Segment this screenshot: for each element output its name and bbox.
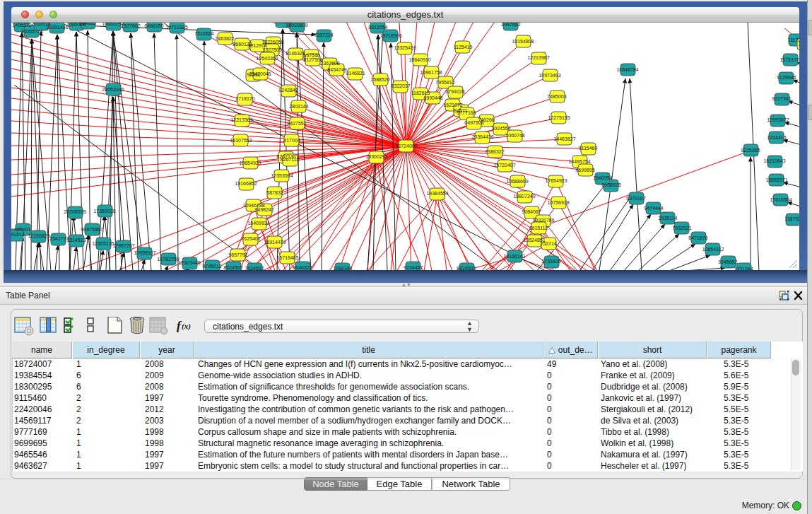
svg-text:6466160: 6466160 xyxy=(144,23,163,28)
svg-text:13325: 13325 xyxy=(798,42,799,47)
svg-text:1588520: 1588520 xyxy=(370,77,389,82)
svg-text:16648784: 16648784 xyxy=(616,67,638,72)
svg-text:8454749: 8454749 xyxy=(327,67,346,72)
svg-text:16107553: 16107553 xyxy=(230,138,252,143)
svg-text:15720407: 15720407 xyxy=(493,163,515,168)
svg-text:9498242: 9498242 xyxy=(254,207,273,212)
svg-text:18640910: 18640910 xyxy=(408,57,430,62)
svg-text:1060748: 1060748 xyxy=(505,133,524,138)
svg-text:116753: 116753 xyxy=(785,216,799,221)
svg-text:8267110: 8267110 xyxy=(281,157,300,162)
svg-text:964682: 964682 xyxy=(79,23,95,25)
svg-text:6990448: 6990448 xyxy=(423,95,442,100)
svg-text:16782759: 16782759 xyxy=(157,257,179,262)
svg-text:2087662: 2087662 xyxy=(501,23,520,27)
svg-text:9146821: 9146821 xyxy=(346,71,365,76)
svg-text:15751074: 15751074 xyxy=(779,57,799,62)
svg-text:8322037: 8322037 xyxy=(391,83,410,88)
svg-text:16409934: 16409934 xyxy=(247,221,269,226)
svg-text:8146328: 8146328 xyxy=(286,51,305,56)
svg-text:13325419: 13325419 xyxy=(394,45,416,50)
svg-text:17957257: 17957257 xyxy=(112,243,134,248)
svg-text:13226058: 13226058 xyxy=(261,40,283,45)
svg-text:12342737: 12342737 xyxy=(47,236,69,241)
svg-text:10961758: 10961758 xyxy=(420,70,442,75)
svg-text:12213363: 12213363 xyxy=(230,117,252,122)
svg-text:18724007: 18724007 xyxy=(395,144,417,148)
svg-text:18300295: 18300295 xyxy=(365,154,387,159)
svg-text:12923448: 12923448 xyxy=(178,260,200,265)
svg-text:9699695: 9699695 xyxy=(575,168,594,173)
svg-text:23420046: 23420046 xyxy=(249,71,271,76)
svg-text:9646322: 9646322 xyxy=(293,265,312,270)
svg-text:1527602: 1527602 xyxy=(121,23,140,28)
svg-text:6794028: 6794028 xyxy=(445,89,464,94)
svg-text:3024554: 3024554 xyxy=(491,126,510,131)
svg-text:16914479: 16914479 xyxy=(264,240,286,245)
svg-text:7955812: 7955812 xyxy=(435,80,454,85)
svg-text:1733426: 1733426 xyxy=(541,259,560,264)
svg-text:10756928: 10756928 xyxy=(547,200,569,205)
svg-text:8813054: 8813054 xyxy=(368,25,387,30)
svg-text:9242848: 9242848 xyxy=(278,88,298,93)
svg-text:17359938: 17359938 xyxy=(93,209,115,214)
svg-text:14055724: 14055724 xyxy=(20,29,42,34)
svg-text:587832: 587832 xyxy=(266,190,283,195)
svg-text:16033809: 16033809 xyxy=(286,23,307,28)
svg-text:1405572: 1405572 xyxy=(12,23,31,28)
svg-text:9129946: 9129946 xyxy=(777,75,796,80)
svg-text:9084067: 9084067 xyxy=(522,209,541,214)
svg-text:12275135: 12275135 xyxy=(548,115,570,120)
svg-text:7625402: 7625402 xyxy=(241,236,260,241)
svg-text:13692971: 13692971 xyxy=(765,177,787,182)
svg-text:6379197: 6379197 xyxy=(626,196,645,201)
svg-text:2367608: 2367608 xyxy=(320,61,339,66)
svg-text:1327509: 1327509 xyxy=(262,47,281,52)
svg-text:15716485: 15716485 xyxy=(276,255,298,260)
svg-text:9234487: 9234487 xyxy=(404,265,423,270)
svg-text:8624501: 8624501 xyxy=(457,266,476,270)
svg-text:8471676: 8471676 xyxy=(688,235,707,240)
svg-text:7357224: 7357224 xyxy=(314,33,333,37)
svg-text:12213967: 12213967 xyxy=(527,55,549,60)
svg-text:14495754: 14495754 xyxy=(568,159,590,164)
svg-text:19384554: 19384554 xyxy=(426,191,448,196)
svg-text:10154808: 10154808 xyxy=(512,39,534,44)
svg-text:1244415: 1244415 xyxy=(767,135,786,140)
svg-text:1125419: 1125419 xyxy=(454,45,473,49)
svg-text:7632621: 7632621 xyxy=(672,226,691,230)
svg-text:485001: 485001 xyxy=(14,227,30,232)
svg-text:20091436: 20091436 xyxy=(46,25,68,30)
svg-text:18807249: 18807249 xyxy=(513,194,535,199)
svg-text:9474444: 9474444 xyxy=(644,206,663,211)
svg-text:9745012: 9745012 xyxy=(202,264,221,269)
svg-text:9777169: 9777169 xyxy=(457,110,476,115)
svg-text:10654112: 10654112 xyxy=(702,247,724,252)
svg-text:19654933: 19654933 xyxy=(239,160,261,165)
svg-text:12353594: 12353594 xyxy=(271,173,293,178)
svg-text:10973493: 10973493 xyxy=(539,73,560,78)
svg-text:20206578: 20206578 xyxy=(64,209,86,214)
svg-text:7463822: 7463822 xyxy=(215,36,234,41)
svg-text:14463627: 14463627 xyxy=(553,136,575,141)
svg-text:7515524: 7515524 xyxy=(194,31,213,36)
svg-text:19166852: 19166852 xyxy=(235,181,257,186)
svg-text:391513: 391513 xyxy=(11,232,25,237)
svg-text:9657791: 9657791 xyxy=(228,252,247,257)
svg-text:8427552: 8427552 xyxy=(287,121,306,126)
svg-text:10719185: 10719185 xyxy=(165,25,187,30)
svg-text:6497508: 6497508 xyxy=(464,120,483,125)
svg-text:17654923: 17654923 xyxy=(545,178,567,183)
svg-text:16210643: 16210643 xyxy=(763,158,785,163)
svg-text:28053346: 28053346 xyxy=(102,87,124,92)
svg-text:417004: 417004 xyxy=(283,138,300,143)
svg-text:1162615: 1162615 xyxy=(411,90,430,95)
svg-text:12093872: 12093872 xyxy=(767,117,789,122)
svg-text:90975867: 90975867 xyxy=(81,227,102,232)
svg-text:2935114: 2935114 xyxy=(659,216,678,221)
svg-text:10688609: 10688609 xyxy=(506,179,528,184)
svg-text:2718170: 2718170 xyxy=(235,96,254,101)
svg-text:2803144: 2803144 xyxy=(289,104,308,109)
svg-text:17016504: 17016504 xyxy=(770,197,792,202)
svg-text:(x): (x) xyxy=(182,322,191,331)
